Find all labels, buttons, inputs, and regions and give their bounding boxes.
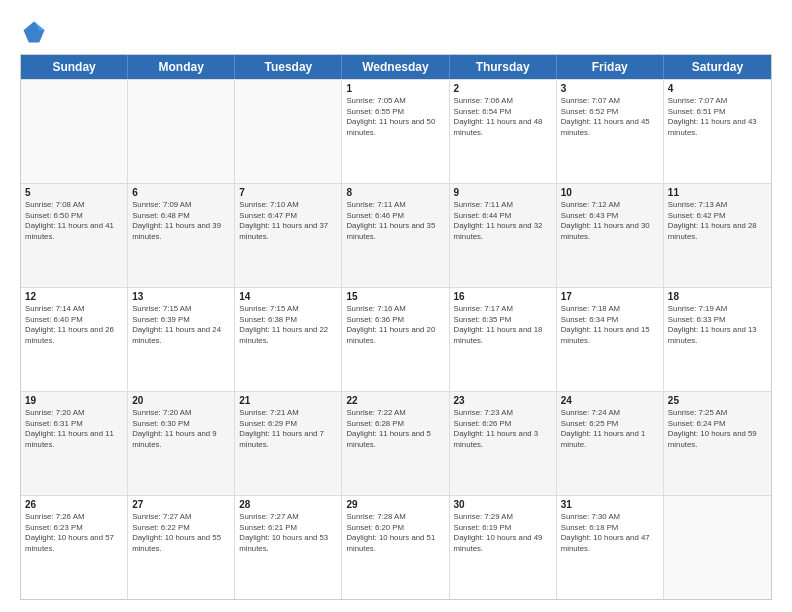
day-info: Sunrise: 7:06 AM Sunset: 6:54 PM Dayligh… xyxy=(454,96,552,138)
calendar-week-4: 19Sunrise: 7:20 AM Sunset: 6:31 PM Dayli… xyxy=(21,391,771,495)
header xyxy=(20,18,772,46)
day-info: Sunrise: 7:07 AM Sunset: 6:52 PM Dayligh… xyxy=(561,96,659,138)
calendar-day-9: 9Sunrise: 7:11 AM Sunset: 6:44 PM Daylig… xyxy=(450,184,557,287)
calendar-week-5: 26Sunrise: 7:26 AM Sunset: 6:23 PM Dayli… xyxy=(21,495,771,599)
day-info: Sunrise: 7:05 AM Sunset: 6:55 PM Dayligh… xyxy=(346,96,444,138)
day-info: Sunrise: 7:16 AM Sunset: 6:36 PM Dayligh… xyxy=(346,304,444,346)
calendar-day-empty xyxy=(664,496,771,599)
calendar-day-22: 22Sunrise: 7:22 AM Sunset: 6:28 PM Dayli… xyxy=(342,392,449,495)
day-info: Sunrise: 7:27 AM Sunset: 6:21 PM Dayligh… xyxy=(239,512,337,554)
day-number: 8 xyxy=(346,187,444,198)
day-number: 18 xyxy=(668,291,767,302)
day-info: Sunrise: 7:19 AM Sunset: 6:33 PM Dayligh… xyxy=(668,304,767,346)
day-number: 9 xyxy=(454,187,552,198)
logo xyxy=(20,18,52,46)
day-header-tuesday: Tuesday xyxy=(235,55,342,79)
calendar-day-5: 5Sunrise: 7:08 AM Sunset: 6:50 PM Daylig… xyxy=(21,184,128,287)
calendar-day-31: 31Sunrise: 7:30 AM Sunset: 6:18 PM Dayli… xyxy=(557,496,664,599)
calendar-day-17: 17Sunrise: 7:18 AM Sunset: 6:34 PM Dayli… xyxy=(557,288,664,391)
logo-icon xyxy=(20,18,48,46)
calendar-day-empty xyxy=(21,80,128,183)
day-info: Sunrise: 7:23 AM Sunset: 6:26 PM Dayligh… xyxy=(454,408,552,450)
calendar-day-12: 12Sunrise: 7:14 AM Sunset: 6:40 PM Dayli… xyxy=(21,288,128,391)
day-number: 29 xyxy=(346,499,444,510)
day-info: Sunrise: 7:17 AM Sunset: 6:35 PM Dayligh… xyxy=(454,304,552,346)
day-number: 5 xyxy=(25,187,123,198)
day-number: 15 xyxy=(346,291,444,302)
calendar-day-15: 15Sunrise: 7:16 AM Sunset: 6:36 PM Dayli… xyxy=(342,288,449,391)
day-number: 17 xyxy=(561,291,659,302)
calendar-day-26: 26Sunrise: 7:26 AM Sunset: 6:23 PM Dayli… xyxy=(21,496,128,599)
day-number: 4 xyxy=(668,83,767,94)
calendar-day-8: 8Sunrise: 7:11 AM Sunset: 6:46 PM Daylig… xyxy=(342,184,449,287)
calendar-day-13: 13Sunrise: 7:15 AM Sunset: 6:39 PM Dayli… xyxy=(128,288,235,391)
calendar-day-28: 28Sunrise: 7:27 AM Sunset: 6:21 PM Dayli… xyxy=(235,496,342,599)
calendar-day-19: 19Sunrise: 7:20 AM Sunset: 6:31 PM Dayli… xyxy=(21,392,128,495)
day-number: 26 xyxy=(25,499,123,510)
calendar-day-7: 7Sunrise: 7:10 AM Sunset: 6:47 PM Daylig… xyxy=(235,184,342,287)
day-info: Sunrise: 7:11 AM Sunset: 6:46 PM Dayligh… xyxy=(346,200,444,242)
day-number: 19 xyxy=(25,395,123,406)
page: SundayMondayTuesdayWednesdayThursdayFrid… xyxy=(0,0,792,612)
day-info: Sunrise: 7:11 AM Sunset: 6:44 PM Dayligh… xyxy=(454,200,552,242)
day-info: Sunrise: 7:18 AM Sunset: 6:34 PM Dayligh… xyxy=(561,304,659,346)
day-info: Sunrise: 7:21 AM Sunset: 6:29 PM Dayligh… xyxy=(239,408,337,450)
day-number: 23 xyxy=(454,395,552,406)
calendar-day-20: 20Sunrise: 7:20 AM Sunset: 6:30 PM Dayli… xyxy=(128,392,235,495)
day-header-wednesday: Wednesday xyxy=(342,55,449,79)
day-info: Sunrise: 7:13 AM Sunset: 6:42 PM Dayligh… xyxy=(668,200,767,242)
day-header-sunday: Sunday xyxy=(21,55,128,79)
calendar-day-14: 14Sunrise: 7:15 AM Sunset: 6:38 PM Dayli… xyxy=(235,288,342,391)
day-number: 2 xyxy=(454,83,552,94)
day-number: 6 xyxy=(132,187,230,198)
calendar-body: 1Sunrise: 7:05 AM Sunset: 6:55 PM Daylig… xyxy=(21,79,771,599)
calendar-header: SundayMondayTuesdayWednesdayThursdayFrid… xyxy=(21,55,771,79)
calendar-day-10: 10Sunrise: 7:12 AM Sunset: 6:43 PM Dayli… xyxy=(557,184,664,287)
day-number: 7 xyxy=(239,187,337,198)
calendar-day-16: 16Sunrise: 7:17 AM Sunset: 6:35 PM Dayli… xyxy=(450,288,557,391)
calendar-day-29: 29Sunrise: 7:28 AM Sunset: 6:20 PM Dayli… xyxy=(342,496,449,599)
day-number: 16 xyxy=(454,291,552,302)
calendar-day-empty xyxy=(128,80,235,183)
day-number: 30 xyxy=(454,499,552,510)
calendar-day-30: 30Sunrise: 7:29 AM Sunset: 6:19 PM Dayli… xyxy=(450,496,557,599)
day-number: 11 xyxy=(668,187,767,198)
day-info: Sunrise: 7:14 AM Sunset: 6:40 PM Dayligh… xyxy=(25,304,123,346)
calendar: SundayMondayTuesdayWednesdayThursdayFrid… xyxy=(20,54,772,600)
day-number: 13 xyxy=(132,291,230,302)
day-info: Sunrise: 7:28 AM Sunset: 6:20 PM Dayligh… xyxy=(346,512,444,554)
day-info: Sunrise: 7:27 AM Sunset: 6:22 PM Dayligh… xyxy=(132,512,230,554)
day-number: 22 xyxy=(346,395,444,406)
day-number: 31 xyxy=(561,499,659,510)
calendar-day-21: 21Sunrise: 7:21 AM Sunset: 6:29 PM Dayli… xyxy=(235,392,342,495)
calendar-day-18: 18Sunrise: 7:19 AM Sunset: 6:33 PM Dayli… xyxy=(664,288,771,391)
day-info: Sunrise: 7:22 AM Sunset: 6:28 PM Dayligh… xyxy=(346,408,444,450)
calendar-day-27: 27Sunrise: 7:27 AM Sunset: 6:22 PM Dayli… xyxy=(128,496,235,599)
calendar-day-6: 6Sunrise: 7:09 AM Sunset: 6:48 PM Daylig… xyxy=(128,184,235,287)
day-info: Sunrise: 7:20 AM Sunset: 6:31 PM Dayligh… xyxy=(25,408,123,450)
day-info: Sunrise: 7:08 AM Sunset: 6:50 PM Dayligh… xyxy=(25,200,123,242)
day-header-friday: Friday xyxy=(557,55,664,79)
day-number: 12 xyxy=(25,291,123,302)
calendar-week-3: 12Sunrise: 7:14 AM Sunset: 6:40 PM Dayli… xyxy=(21,287,771,391)
day-info: Sunrise: 7:07 AM Sunset: 6:51 PM Dayligh… xyxy=(668,96,767,138)
calendar-day-1: 1Sunrise: 7:05 AM Sunset: 6:55 PM Daylig… xyxy=(342,80,449,183)
calendar-day-4: 4Sunrise: 7:07 AM Sunset: 6:51 PM Daylig… xyxy=(664,80,771,183)
calendar-day-24: 24Sunrise: 7:24 AM Sunset: 6:25 PM Dayli… xyxy=(557,392,664,495)
day-header-thursday: Thursday xyxy=(450,55,557,79)
day-number: 10 xyxy=(561,187,659,198)
day-number: 24 xyxy=(561,395,659,406)
day-info: Sunrise: 7:15 AM Sunset: 6:39 PM Dayligh… xyxy=(132,304,230,346)
calendar-day-2: 2Sunrise: 7:06 AM Sunset: 6:54 PM Daylig… xyxy=(450,80,557,183)
day-number: 27 xyxy=(132,499,230,510)
day-number: 20 xyxy=(132,395,230,406)
day-number: 14 xyxy=(239,291,337,302)
day-info: Sunrise: 7:10 AM Sunset: 6:47 PM Dayligh… xyxy=(239,200,337,242)
calendar-week-2: 5Sunrise: 7:08 AM Sunset: 6:50 PM Daylig… xyxy=(21,183,771,287)
day-number: 1 xyxy=(346,83,444,94)
calendar-day-3: 3Sunrise: 7:07 AM Sunset: 6:52 PM Daylig… xyxy=(557,80,664,183)
day-number: 28 xyxy=(239,499,337,510)
day-info: Sunrise: 7:09 AM Sunset: 6:48 PM Dayligh… xyxy=(132,200,230,242)
day-info: Sunrise: 7:20 AM Sunset: 6:30 PM Dayligh… xyxy=(132,408,230,450)
calendar-day-11: 11Sunrise: 7:13 AM Sunset: 6:42 PM Dayli… xyxy=(664,184,771,287)
